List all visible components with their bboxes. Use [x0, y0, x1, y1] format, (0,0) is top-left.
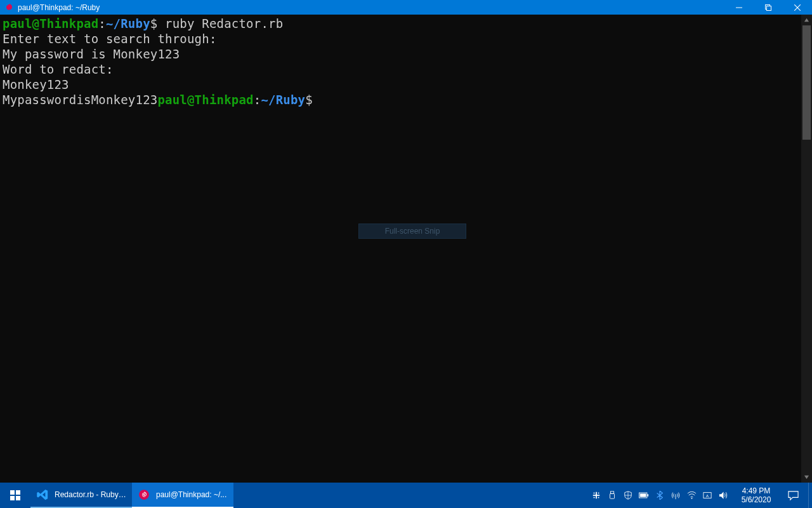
debian-swirl-icon — [137, 488, 151, 502]
svg-rect-12 — [598, 497, 599, 498]
window-titlebar: paul@Thinkpad: ~/Ruby — [0, 0, 812, 15]
terminal-line: My password is Monkey123 — [3, 47, 180, 61]
scroll-down-arrow-icon[interactable] — [801, 472, 812, 483]
maximize-button[interactable] — [754, 0, 783, 15]
svg-rect-14 — [610, 493, 615, 498]
scroll-up-arrow-icon[interactable] — [801, 15, 812, 25]
svg-rect-10 — [598, 493, 599, 494]
antenna-icon[interactable] — [671, 490, 681, 500]
svg-rect-5 — [16, 496, 20, 500]
prompt-colon: : — [254, 93, 261, 107]
bluetooth-icon[interactable] — [655, 490, 665, 500]
terminal-inline-output: MypasswordisMonkey123 — [3, 93, 157, 107]
prompt-user-host: paul@Thinkpad — [3, 17, 98, 30]
terminal-line: Enter text to search through: — [3, 32, 217, 46]
tray-icons: A — [585, 483, 735, 508]
prompt-sigil: $ — [305, 93, 320, 107]
taskbar-item-label: paul@Thinkpad: ~/... — [156, 490, 228, 499]
prompt-user-host: paul@Thinkpad — [157, 93, 253, 107]
window-title: paul@Thinkpad: ~/Ruby — [18, 3, 100, 12]
window-controls — [724, 0, 812, 15]
svg-rect-16 — [647, 494, 648, 497]
battery-icon[interactable] — [639, 490, 649, 500]
svg-rect-1 — [767, 6, 771, 10]
taskbar-clock[interactable]: 4:49 PM 5/6/2020 — [735, 486, 778, 504]
prompt-path: ~/Ruby — [261, 93, 305, 107]
debian-swirl-icon — [4, 3, 14, 13]
prompt-sigil: $ — [150, 17, 165, 30]
action-center-button[interactable] — [778, 490, 808, 501]
svg-rect-4 — [10, 496, 15, 500]
terminal-line: Monkey123 — [3, 77, 69, 91]
svg-rect-11 — [594, 497, 595, 498]
svg-rect-17 — [640, 493, 646, 497]
system-tray: A 4:49 PM 5/6/2020 — [585, 483, 812, 508]
taskbar: Redactor.rb - Ruby ... paul@Thinkpad: ~/… — [0, 483, 812, 508]
fullscreen-snip-button[interactable]: Full-screen Snip — [358, 224, 466, 239]
close-button[interactable] — [783, 0, 812, 15]
vscode-icon — [36, 488, 49, 502]
terminal-output[interactable]: paul@Thinkpad:~/Ruby$ ruby Redactor.rb E… — [0, 15, 801, 483]
ime-icon[interactable]: A — [702, 490, 712, 500]
svg-rect-2 — [10, 490, 15, 495]
svg-text:A: A — [706, 493, 709, 498]
clock-time: 4:49 PM — [742, 486, 771, 495]
slack-icon[interactable] — [591, 490, 601, 500]
usb-icon[interactable] — [607, 490, 617, 500]
terminal-window: paul@Thinkpad:~/Ruby$ ruby Redactor.rb E… — [0, 15, 812, 483]
clock-date: 5/6/2020 — [742, 495, 771, 504]
show-desktop-button[interactable] — [808, 483, 812, 508]
taskbar-item-terminal[interactable]: paul@Thinkpad: ~/... — [132, 483, 233, 508]
start-button[interactable] — [0, 483, 30, 508]
wifi-icon[interactable] — [686, 490, 697, 500]
security-icon[interactable] — [623, 490, 633, 500]
terminal-line: Word to redact: — [3, 62, 114, 76]
svg-rect-8 — [596, 492, 597, 499]
fullscreen-snip-label: Full-screen Snip — [385, 227, 440, 236]
svg-rect-13 — [610, 491, 613, 494]
taskbar-item-vscode[interactable]: Redactor.rb - Ruby ... — [30, 483, 132, 508]
volume-icon[interactable] — [718, 490, 728, 500]
minimize-button[interactable] — [724, 0, 754, 15]
prompt-colon: : — [98, 17, 106, 30]
vertical-scrollbar[interactable] — [801, 15, 812, 483]
prompt-command: ruby Redactor.rb — [165, 17, 283, 30]
svg-rect-9 — [594, 493, 595, 494]
taskbar-item-label: Redactor.rb - Ruby ... — [55, 490, 127, 499]
svg-point-18 — [691, 498, 692, 499]
svg-rect-3 — [16, 490, 20, 495]
prompt-path: ~/Ruby — [106, 17, 150, 30]
scrollbar-thumb[interactable] — [802, 25, 811, 140]
